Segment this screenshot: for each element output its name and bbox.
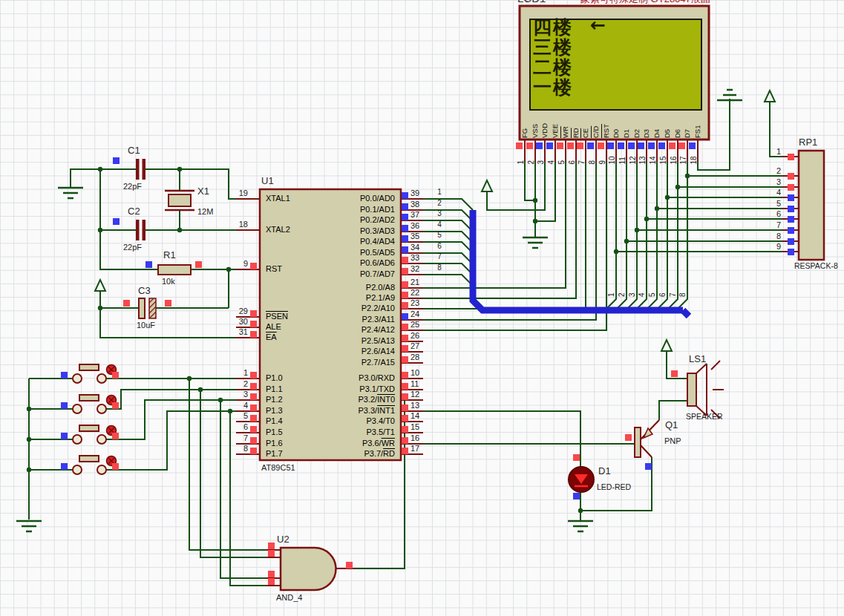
button-cap[interactable] <box>79 395 99 401</box>
speaker-cone <box>696 364 707 373</box>
respack-part-label: RESPACK-8 <box>794 261 838 271</box>
respack-body[interactable] <box>799 151 824 260</box>
mcu-pin-number: 18 <box>223 220 248 229</box>
button-cap[interactable] <box>79 364 99 370</box>
wire[interactable] <box>106 400 238 439</box>
mcu-pin-label: P0.7/AD7 <box>327 269 395 279</box>
pin-state-square <box>250 331 257 338</box>
button-terminal[interactable] <box>97 374 106 383</box>
wire[interactable] <box>487 160 545 210</box>
power-arrow[interactable] <box>765 91 775 102</box>
pin-label-text: P3.3/ <box>358 406 377 415</box>
mcu-pin-number: 5 <box>223 411 248 421</box>
schematic-canvas <box>0 0 844 616</box>
mcu-pin-number: 24 <box>410 309 419 319</box>
button-terminal[interactable] <box>73 435 82 444</box>
pin-state-square <box>671 370 678 377</box>
pin-state-square <box>625 434 632 441</box>
button-cap[interactable] <box>79 425 99 431</box>
button-terminal[interactable] <box>73 465 82 474</box>
wire[interactable] <box>423 220 473 232</box>
transistor-emitter-arrow <box>644 428 652 438</box>
speaker-body[interactable] <box>687 373 696 406</box>
wire[interactable] <box>71 169 100 188</box>
wire[interactable] <box>106 411 238 470</box>
wire[interactable] <box>423 242 473 253</box>
button-terminal[interactable] <box>97 465 106 474</box>
lcd-pin-label: WR <box>560 105 569 138</box>
wire[interactable] <box>423 160 586 309</box>
power-arrow[interactable] <box>482 180 492 191</box>
button-terminal[interactable] <box>97 435 106 444</box>
wire[interactable] <box>525 160 535 200</box>
mcu-pin-label: P2.3/A11 <box>327 315 395 324</box>
pin-state-square <box>788 238 794 245</box>
power-arrow[interactable] <box>95 280 105 291</box>
capacitor-plate[interactable] <box>139 298 145 318</box>
mcu-pin-number: 32 <box>410 264 419 274</box>
crystal-body[interactable] <box>169 194 191 206</box>
pin-label-text: P3.0/RXD <box>359 373 395 382</box>
p0-wire-label: 3 <box>434 209 445 218</box>
pin-state-square <box>112 372 119 379</box>
junction-dot <box>624 239 629 243</box>
button-cap[interactable] <box>79 456 99 462</box>
pin-label-text: ALE <box>266 322 281 331</box>
wire[interactable] <box>423 160 606 330</box>
speaker-ref-label: LS1 <box>689 354 706 364</box>
capacitor-plate[interactable] <box>136 220 140 240</box>
power-arrow[interactable] <box>661 340 672 351</box>
mcu-pin-number: 38 <box>410 200 419 209</box>
wire[interactable] <box>423 232 473 243</box>
lcd-pin-number: 5 <box>557 142 566 165</box>
button-terminal[interactable] <box>97 404 106 413</box>
junction-dot <box>177 228 182 232</box>
data-bus-end[interactable] <box>683 310 689 316</box>
mcu-pin-label: PSEN <box>266 312 288 321</box>
button-terminal[interactable] <box>73 404 82 413</box>
pin-state-square <box>573 454 580 461</box>
lcd-pin-label-text: D3 <box>642 129 650 138</box>
wire[interactable] <box>423 253 473 264</box>
gate-part-label: AND_4 <box>276 593 302 603</box>
pin-state-square <box>113 218 120 225</box>
button-terminal[interactable] <box>73 374 82 383</box>
lcd-pin-label-text: D1 <box>622 129 630 138</box>
transistor-base-bar[interactable] <box>635 427 641 457</box>
capacitor-plate[interactable] <box>136 159 140 180</box>
bus-branch-label: 5 <box>647 284 656 297</box>
pin-state-square <box>268 543 275 549</box>
pin-state-square <box>402 246 408 253</box>
mcu-pin-number: 4 <box>223 401 248 410</box>
mcu-pin-number: 8 <box>223 444 248 453</box>
transistor-ref-label: Q1 <box>665 420 678 430</box>
wire[interactable] <box>659 401 687 420</box>
pin-label-text: P1.4 <box>266 416 283 425</box>
wire[interactable] <box>423 199 473 210</box>
wire[interactable] <box>423 263 473 275</box>
resistor-body[interactable] <box>158 265 191 275</box>
wire[interactable] <box>423 411 580 467</box>
lcd-pin-label-text: D6 <box>673 129 681 138</box>
capacitor-plate[interactable] <box>143 159 146 180</box>
wire[interactable] <box>423 210 473 221</box>
p0-wire-label: 4 <box>434 220 445 229</box>
wire[interactable] <box>100 291 238 338</box>
junction-dot <box>198 387 203 392</box>
capacitor-plate-hatched[interactable] <box>149 298 156 318</box>
mcu-pin-label: P1.3 <box>266 406 283 416</box>
wire[interactable] <box>423 160 596 320</box>
pin-label-text: P0.6/AD6 <box>360 258 395 267</box>
mcu-pin-label: P0.4/AD4 <box>327 237 395 246</box>
pin-state-square <box>402 225 408 232</box>
and-gate-body[interactable] <box>281 548 336 590</box>
pin-state-square <box>645 463 652 470</box>
wire[interactable] <box>423 275 473 286</box>
pin-state-square <box>402 426 408 433</box>
lcd-pin-label: FS1 <box>693 105 701 138</box>
mcu-pin-number: 11 <box>410 379 419 389</box>
capacitor-plate[interactable] <box>143 220 146 240</box>
mcu-pin-number: 14 <box>410 411 419 421</box>
pin-label-text: P0.4/AD4 <box>360 237 395 246</box>
wire[interactable] <box>423 160 576 298</box>
